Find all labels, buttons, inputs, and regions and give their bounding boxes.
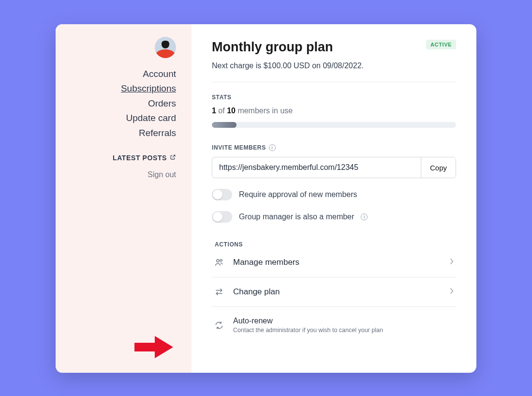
chevron-right-icon	[449, 287, 454, 297]
status-badge: ACTIVE	[426, 40, 456, 49]
action-autorenew-label: Auto-renew	[233, 317, 383, 325]
avatar[interactable]	[155, 37, 176, 58]
nav-subscriptions[interactable]: Subscriptions	[121, 81, 179, 96]
svg-point-1	[220, 259, 222, 261]
action-auto-renew[interactable]: Auto-renew Contact the administrator if …	[212, 307, 456, 343]
stats-label: STATS	[212, 94, 456, 101]
next-charge-text: Next charge is $100.00 USD on 09/08/2022…	[212, 61, 456, 70]
refresh-icon	[214, 320, 224, 330]
settings-card: Account Subscriptions Orders Update card…	[56, 24, 476, 373]
progress-fill	[212, 122, 236, 128]
nav-update-card[interactable]: Update card	[126, 111, 179, 125]
member-progress-bar	[212, 122, 456, 128]
toggle-manager-member[interactable]	[212, 211, 232, 223]
info-icon[interactable]: i	[269, 144, 276, 151]
nav-orders[interactable]: Orders	[148, 96, 179, 111]
stats-used: 1	[212, 107, 216, 115]
page-title: Monthly group plan	[212, 40, 333, 55]
invite-label: INVITE MEMBERS	[212, 144, 266, 151]
action-change-label: Change plan	[233, 287, 441, 297]
main-panel: Monthly group plan ACTIVE Next charge is…	[192, 24, 476, 373]
chevron-right-icon	[449, 258, 454, 267]
action-change-plan[interactable]: Change plan	[212, 277, 456, 307]
nav-referrals[interactable]: Referrals	[139, 126, 179, 140]
stats-text: 1 of 10 members in use	[212, 107, 456, 115]
swap-icon	[214, 287, 224, 297]
toggle-require-approval-row: Require approval of new members	[212, 189, 456, 200]
toggle-require-approval[interactable]	[212, 189, 232, 200]
toggle-manager-member-row: Group manager is also a member i	[212, 211, 456, 223]
action-autorenew-sub: Contact the administrator if you wish to…	[233, 327, 383, 334]
invite-url-text[interactable]: https://jensbakery.memberful.com/12345	[212, 157, 421, 178]
info-icon[interactable]: i	[361, 213, 368, 220]
stats-total: 10	[227, 107, 236, 115]
invite-label-row: INVITE MEMBERS i	[212, 144, 456, 151]
actions-label: ACTIONS	[215, 241, 456, 248]
sign-out-link[interactable]: Sign out	[148, 170, 179, 179]
toggle-manager-member-label: Group manager is also a member	[239, 213, 354, 221]
divider	[212, 82, 456, 82]
action-manage-label: Manage members	[233, 258, 441, 267]
external-link-icon	[170, 154, 176, 162]
svg-point-0	[217, 259, 219, 262]
latest-posts-label: LATEST POSTS	[113, 154, 167, 162]
annotation-arrow-icon	[133, 333, 175, 361]
action-manage-members[interactable]: Manage members	[212, 248, 456, 277]
copy-button[interactable]: Copy	[421, 157, 456, 178]
members-icon	[214, 258, 224, 267]
latest-posts-link[interactable]: LATEST POSTS	[113, 154, 179, 162]
invite-url-field: https://jensbakery.memberful.com/12345 C…	[212, 157, 456, 178]
sidebar: Account Subscriptions Orders Update card…	[56, 24, 192, 373]
toggle-require-approval-label: Require approval of new members	[239, 190, 357, 199]
nav-account[interactable]: Account	[143, 67, 179, 81]
